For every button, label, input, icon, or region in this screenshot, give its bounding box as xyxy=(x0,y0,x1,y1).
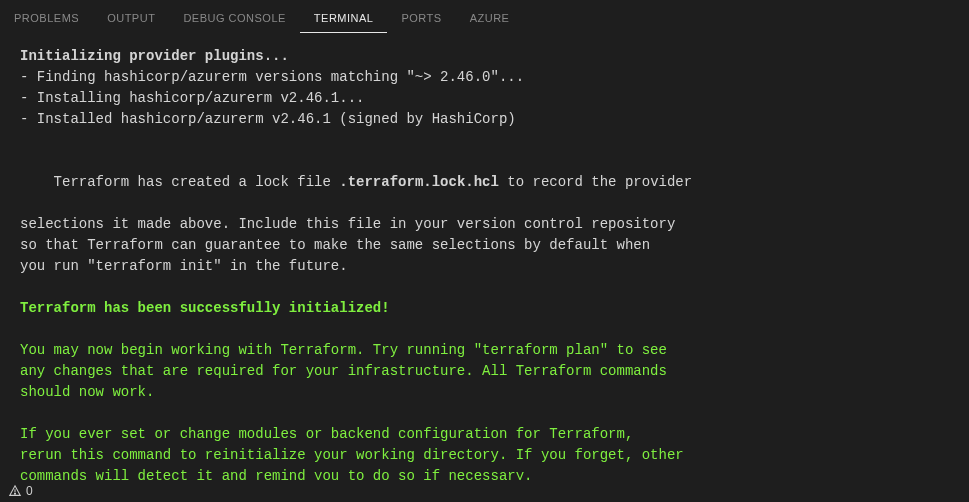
terminal-line: - Installing hashicorp/azurerm v2.46.1..… xyxy=(20,88,949,109)
terminal-blank xyxy=(20,277,949,298)
terminal-line: rerun this command to reinitialize your … xyxy=(20,445,949,466)
warning-count: 0 xyxy=(26,484,33,498)
tab-terminal[interactable]: TERMINAL xyxy=(300,6,388,33)
terminal-line: If you ever set or change modules or bac… xyxy=(20,424,949,445)
svg-point-1 xyxy=(14,493,15,494)
terminal-line: - Finding hashicorp/azurerm versions mat… xyxy=(20,67,949,88)
terminal-text: Terraform has created a lock file xyxy=(54,174,340,190)
terminal-line: selections it made above. Include this f… xyxy=(20,214,949,235)
warning-icon xyxy=(8,484,22,498)
terminal-line: You may now begin working with Terraform… xyxy=(20,340,949,361)
terminal-line: you run "terraform init" in the future. xyxy=(20,256,949,277)
tab-debug-console[interactable]: DEBUG CONSOLE xyxy=(169,6,299,33)
terminal-line: Initializing provider plugins... xyxy=(20,46,949,67)
terminal-blank xyxy=(20,130,949,151)
tab-output[interactable]: OUTPUT xyxy=(93,6,169,33)
tab-ports[interactable]: PORTS xyxy=(387,6,455,33)
terminal-line: should now work. xyxy=(20,382,949,403)
terminal-blank xyxy=(20,319,949,340)
terminal-blank xyxy=(20,403,949,424)
status-warnings[interactable]: 0 xyxy=(8,484,33,498)
terminal-success: Terraform has been successfully initiali… xyxy=(20,298,949,319)
panel-tabs: PROBLEMS OUTPUT DEBUG CONSOLE TERMINAL P… xyxy=(0,0,969,34)
terminal-output[interactable]: Initializing provider plugins... - Findi… xyxy=(0,34,969,502)
terminal-line: - Installed hashicorp/azurerm v2.46.1 (s… xyxy=(20,109,949,130)
terminal-text: to record the provider xyxy=(499,174,692,190)
lock-filename: .terraform.lock.hcl xyxy=(339,174,499,190)
terminal-line: Terraform has created a lock file .terra… xyxy=(20,151,949,214)
terminal-line: any changes that are required for your i… xyxy=(20,361,949,382)
tab-problems[interactable]: PROBLEMS xyxy=(0,6,93,33)
terminal-line: so that Terraform can guarantee to make … xyxy=(20,235,949,256)
tab-azure[interactable]: AZURE xyxy=(456,6,524,33)
status-bar: 0 xyxy=(0,480,969,502)
